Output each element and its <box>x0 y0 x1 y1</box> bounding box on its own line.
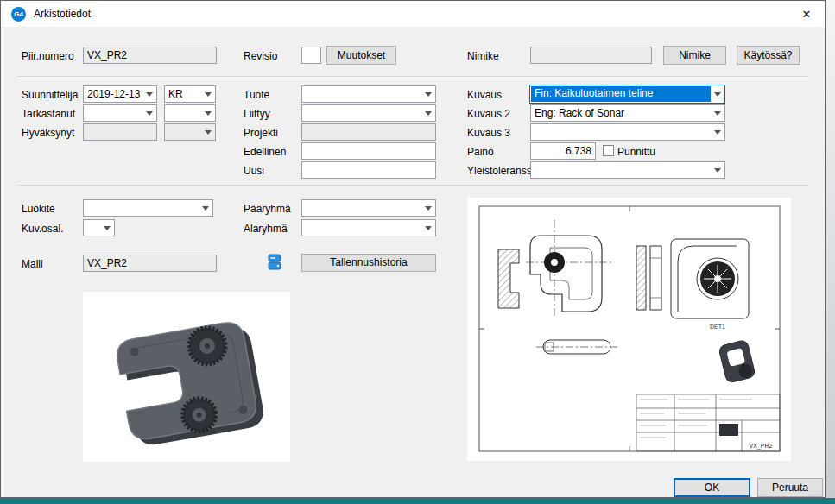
chevron-down-icon <box>711 124 724 140</box>
paaryhma-label: Pääryhmä <box>244 203 291 215</box>
kuvaus2-combobox[interactable]: Eng: Rack of Sonar <box>530 104 725 122</box>
suunnittelija-initials-combobox[interactable]: KR <box>164 85 216 103</box>
kuvaus3-label: Kuvaus 3 <box>467 127 510 139</box>
paino-label: Paino <box>467 146 494 158</box>
kuvaus-label: Kuvaus <box>467 89 502 101</box>
archive-info-dialog: G4 Arkistotiedot ✕ Piir.numero Revisio M… <box>0 0 826 498</box>
close-button[interactable]: ✕ <box>788 1 825 27</box>
edellinen-input[interactable] <box>301 142 436 160</box>
kuvaus2-value: Eng: Rack of Sonar <box>531 105 711 121</box>
punnittu-label[interactable]: Punnittu <box>617 146 655 158</box>
detail-label: DET1 <box>710 324 725 330</box>
chevron-down-icon <box>201 86 215 102</box>
suunnittelija-label: Suunnittelija <box>22 89 78 101</box>
malli-input[interactable] <box>83 255 217 272</box>
projekti-label: Projekti <box>244 127 278 139</box>
kuvaus-value: Fin: Kaikuluotaimen teline <box>531 86 711 102</box>
paaryhma-combobox[interactable] <box>301 199 436 217</box>
chevron-down-icon <box>142 105 156 121</box>
nimike-label: Nimike <box>467 50 499 62</box>
luokite-label: Luokite <box>22 203 55 215</box>
hyvaksynyt-input[interactable] <box>83 123 157 141</box>
revisio-input[interactable] <box>301 47 321 64</box>
projekti-input[interactable] <box>301 123 436 141</box>
suunnittelija-date-combobox[interactable]: 2019-12-13 <box>83 85 157 103</box>
tuote-label: Tuote <box>244 89 269 101</box>
chevron-down-icon <box>100 220 114 236</box>
liittyy-label: Liittyy <box>244 108 270 120</box>
nimike-button[interactable]: Nimike <box>663 46 726 65</box>
piir-numero-label: Piir.numero <box>22 50 74 62</box>
desktop-bottom-strip <box>0 498 835 504</box>
drawing-part-number: VX_PR2 <box>750 443 773 450</box>
chevron-down-icon <box>201 124 215 140</box>
chevron-down-icon <box>711 85 724 103</box>
hyvaksynyt-initials-combobox[interactable] <box>164 123 216 141</box>
kaytossa-button[interactable]: Käytössä? <box>737 46 800 65</box>
kuvaus-combobox[interactable]: Fin: Kaikuluotaimen teline <box>529 85 725 104</box>
uusi-label: Uusi <box>244 165 264 177</box>
alaryhma-combobox[interactable] <box>301 219 436 236</box>
app-icon: G4 <box>11 7 26 22</box>
tarkastanut-label: Tarkastanut <box>22 108 75 120</box>
ok-button[interactable]: OK <box>674 478 750 497</box>
yleistoleranssi-combobox[interactable] <box>530 161 725 179</box>
kuvaus3-combobox[interactable] <box>530 123 725 141</box>
desktop-right-edge <box>825 0 835 499</box>
suunnittelija-initials-value: KR <box>165 86 201 102</box>
model-storage-icon <box>267 253 282 274</box>
nimike-input[interactable] <box>530 47 652 64</box>
peruuta-button[interactable]: Peruuta <box>757 478 823 497</box>
chevron-down-icon <box>421 200 435 216</box>
kuvaus2-label: Kuvaus 2 <box>467 108 510 120</box>
edellinen-label: Edellinen <box>244 146 286 158</box>
chevron-down-icon <box>421 86 435 102</box>
malli-label: Malli <box>22 258 43 270</box>
luokite-combobox[interactable] <box>83 199 213 217</box>
suunnittelija-date-value: 2019-12-13 <box>84 86 142 102</box>
chevron-down-icon <box>421 105 435 121</box>
piir-numero-input[interactable] <box>83 47 217 64</box>
tallennushistoria-button[interactable]: Tallennushistoria <box>301 254 436 272</box>
muutokset-button[interactable]: Muutokset <box>326 46 396 65</box>
chevron-down-icon <box>142 86 156 102</box>
chevron-down-icon <box>711 162 724 178</box>
chevron-down-icon <box>199 200 212 216</box>
alaryhma-label: Alaryhmä <box>244 223 288 235</box>
tuote-combobox[interactable] <box>301 85 436 103</box>
liittyy-combobox[interactable] <box>301 104 436 122</box>
model-3d-image <box>83 292 290 462</box>
tarkastanut-date-combobox[interactable] <box>83 104 157 122</box>
titlebar: G4 Arkistotiedot ✕ <box>1 1 825 27</box>
yleistoleranssi-label: Yleistoleranssi <box>467 165 534 177</box>
paino-input[interactable] <box>530 142 596 160</box>
model-3d-preview <box>83 292 290 462</box>
chevron-down-icon <box>421 220 435 236</box>
hyvaksynyt-label: Hyväksynyt <box>22 127 74 139</box>
chevron-down-icon <box>711 105 724 121</box>
revisio-label: Revisio <box>244 50 277 62</box>
separator-1 <box>18 76 809 78</box>
kuv-osal-combobox[interactable] <box>83 219 115 236</box>
engineering-drawing: DET1 <box>467 198 791 461</box>
punnittu-checkbox[interactable] <box>603 145 614 156</box>
chevron-down-icon <box>201 105 215 121</box>
tarkastanut-initials-combobox[interactable] <box>164 104 216 122</box>
separator-2 <box>18 185 809 186</box>
kuv-osal-label: Kuv.osal. <box>22 223 63 235</box>
window-title: Arkistotiedot <box>34 8 91 20</box>
drawing-preview: DET1 <box>467 198 791 461</box>
uusi-input[interactable] <box>301 161 436 179</box>
